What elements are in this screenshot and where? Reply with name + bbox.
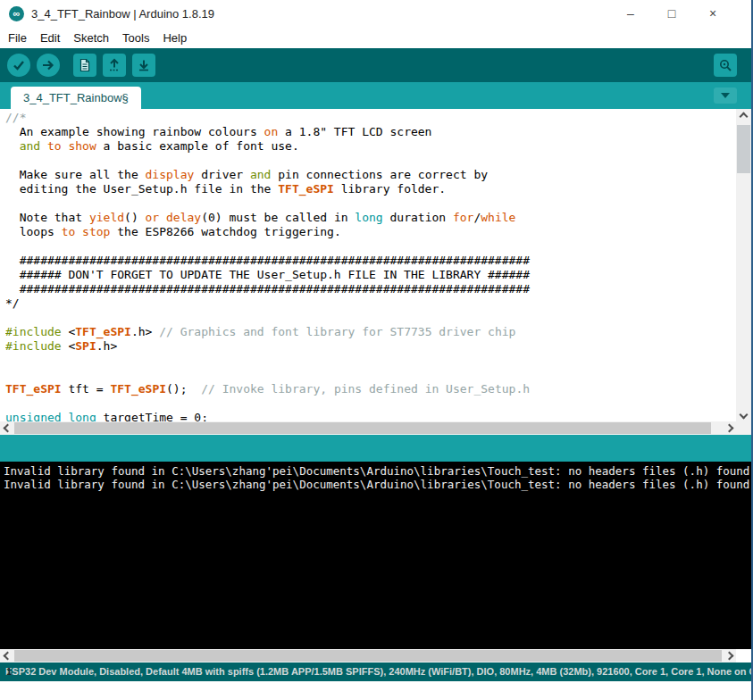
editor-console-splitter[interactable] — [0, 435, 751, 462]
new-sketch-button[interactable] — [73, 54, 96, 77]
close-button[interactable]: × — [703, 4, 723, 23]
code-line — [5, 239, 736, 254]
arrow-up-icon — [107, 58, 121, 72]
arduino-ide-window: ∞ 3_4_TFT_Rainbow | Arduino 1.8.19 – □ ×… — [0, 0, 753, 700]
menu-file[interactable]: File — [8, 31, 27, 45]
console-output: Invalid library found in C:\Users\zhang'… — [0, 462, 751, 649]
console-line: Invalid library found in C:\Users\zhang'… — [4, 479, 751, 492]
code-line — [5, 154, 736, 168]
code-line: */ — [5, 296, 736, 311]
window-title: 3_4_TFT_Rainbow | Arduino 1.8.19 — [31, 7, 214, 21]
code-line: and to show a basic example of font use. — [5, 139, 736, 154]
save-sketch-button[interactable] — [132, 54, 155, 77]
scrollbar-corner — [736, 421, 751, 435]
code-line: #include <TFT_eSPI.h> // Graphics and fo… — [5, 325, 736, 339]
check-icon — [12, 58, 26, 72]
chevron-down-icon — [721, 93, 730, 98]
toolbar — [0, 48, 751, 82]
line-number-indicator: 1 — [6, 662, 12, 681]
code-line — [5, 354, 736, 368]
window-controls: – □ × — [621, 0, 723, 27]
tab-menu-button[interactable] — [714, 88, 737, 104]
title-bar: ∞ 3_4_TFT_Rainbow | Arduino 1.8.19 – □ × — [0, 0, 751, 27]
scroll-right-arrow[interactable] — [722, 421, 736, 435]
console-line: Invalid library found in C:\Users\zhang'… — [4, 465, 751, 479]
console-horizontal-scrollbar[interactable] — [0, 649, 736, 662]
menu-edit[interactable]: Edit — [40, 31, 60, 45]
code-line: Note that yield() or delay(0) must be ca… — [5, 211, 736, 225]
upload-button[interactable] — [37, 54, 60, 77]
editor-vertical-scrollbar[interactable] — [736, 109, 751, 421]
arrow-right-icon — [41, 58, 55, 72]
code-line: //* — [5, 111, 736, 125]
menu-help[interactable]: Help — [163, 31, 187, 45]
code-line: ###### DON'T FORGET TO UPDATE THE User_S… — [5, 268, 736, 282]
code-line — [5, 396, 736, 411]
verify-button[interactable] — [7, 54, 30, 77]
code-line: An example showing rainbow colours on a … — [5, 125, 736, 139]
code-line — [5, 368, 736, 382]
arrow-down-icon — [137, 58, 151, 72]
editor-vscroll-thumb[interactable] — [737, 125, 750, 173]
code-line: Make sure all the display driver and pin… — [5, 168, 736, 182]
console-hscroll-thumb[interactable] — [14, 650, 722, 662]
board-info: ESP32 Dev Module, Disabled, Default 4MB … — [5, 666, 751, 677]
console-scroll-row — [0, 649, 751, 662]
editor-horizontal-scrollbar[interactable] — [0, 421, 736, 435]
code-line: ########################################… — [5, 282, 736, 296]
minimize-button[interactable]: – — [621, 4, 640, 23]
bottom-margin — [0, 681, 751, 700]
code-line: ########################################… — [5, 254, 736, 268]
maximize-button[interactable]: □ — [662, 4, 682, 23]
tab-strip: 3_4_TFT_Rainbow§ — [0, 82, 751, 109]
code-line — [5, 311, 736, 325]
scroll-down-arrow[interactable] — [736, 407, 751, 421]
status-bar: ESP32 Dev Module, Disabled, Default 4MB … — [0, 662, 751, 681]
code-area[interactable]: //* An example showing rainbow colours o… — [5, 111, 736, 421]
scroll-up-arrow[interactable] — [736, 109, 751, 123]
tab-sketch[interactable]: 3_4_TFT_Rainbow§ — [11, 87, 141, 109]
menu-sketch[interactable]: Sketch — [73, 31, 109, 45]
console-scroll-right-arrow[interactable] — [722, 649, 736, 662]
menu-bar: File Edit Sketch Tools Help — [0, 27, 751, 48]
code-line: loops to stop the ESP8266 watchdog trigg… — [5, 225, 736, 239]
code-line: editing the User_Setup.h file in the TFT… — [5, 182, 736, 196]
console-scroll-left-arrow[interactable] — [0, 649, 14, 662]
code-line: unsigned long targetTime = 0; — [5, 411, 736, 421]
document-icon — [78, 58, 92, 72]
magnifier-icon — [718, 58, 732, 72]
code-line: #include <SPI.h> — [5, 339, 736, 354]
code-editor[interactable]: //* An example showing rainbow colours o… — [0, 109, 751, 435]
code-line: TFT_eSPI tft = TFT_eSPI(); // Invoke lib… — [5, 382, 736, 396]
open-sketch-button[interactable] — [103, 54, 126, 77]
serial-monitor-button[interactable] — [714, 54, 737, 77]
menu-tools[interactable]: Tools — [122, 31, 149, 45]
scroll-left-arrow[interactable] — [0, 421, 14, 435]
code-line — [5, 196, 736, 211]
editor-hscroll-thumb[interactable] — [14, 422, 711, 434]
arduino-logo-icon: ∞ — [9, 6, 24, 21]
